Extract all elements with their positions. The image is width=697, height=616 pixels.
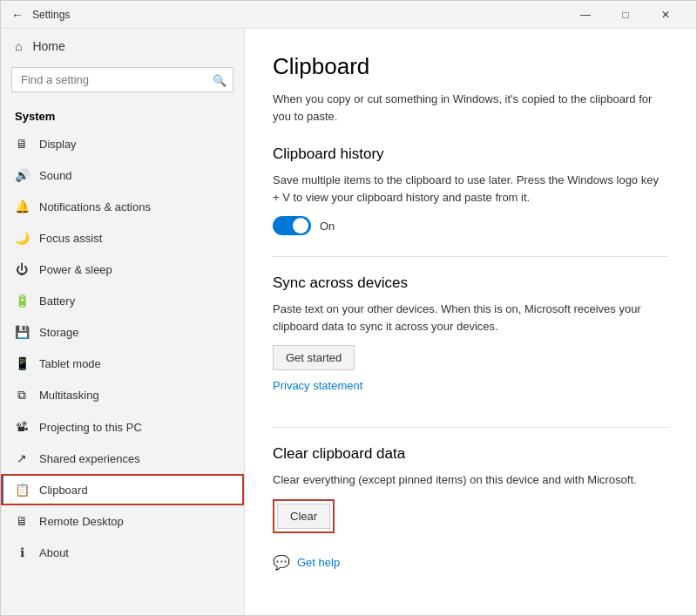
sidebar-item-label: Display [39,138,77,151]
window-title: Settings [32,9,565,21]
sound-icon: 🔊 [15,168,29,182]
sidebar-section-title: System [1,103,244,128]
clear-desc: Clear everything (except pinned items) o… [273,471,668,489]
window-controls: — □ ✕ [565,1,686,29]
remote-icon: 🖥 [15,514,29,528]
sidebar-item-label: Storage [39,326,79,339]
titlebar: ← Settings — □ ✕ [1,1,696,29]
close-button[interactable]: ✕ [646,1,686,29]
divider-1 [273,256,668,257]
sidebar-item-focus[interactable]: 🌙 Focus assist [1,222,244,254]
home-icon: ⌂ [15,39,22,53]
sidebar-item-label: Projecting to this PC [39,421,142,434]
content-area: ⌂ Home 🔍 System 🖥 Display 🔊 Sound 🔔 Noti… [1,29,696,615]
sidebar-item-storage[interactable]: 💾 Storage [1,316,244,348]
clear-button[interactable]: Clear [277,504,330,529]
search-icon: 🔍 [213,73,227,86]
sync-desc: Paste text on your other devices. When t… [273,301,668,335]
get-started-button[interactable]: Get started [273,345,355,370]
sidebar-item-home[interactable]: ⌂ Home [1,29,244,64]
get-help-label: Get help [297,556,340,569]
sidebar: ⌂ Home 🔍 System 🖥 Display 🔊 Sound 🔔 Noti… [1,29,245,615]
sidebar-item-label: About [39,546,69,559]
projecting-icon: 📽 [15,420,29,434]
storage-icon: 💾 [15,325,29,339]
sidebar-item-label: Power & sleep [39,263,112,276]
display-icon: 🖥 [15,137,29,151]
get-help-link[interactable]: 💬 Get help [273,554,668,571]
toggle-row: On [273,216,668,235]
clipboard-icon: 📋 [15,483,29,497]
clipboard-history-toggle[interactable] [273,216,311,235]
shared-icon: ↗ [15,451,29,465]
sidebar-item-battery[interactable]: 🔋 Battery [1,285,244,316]
sidebar-item-label: Clipboard [39,484,88,497]
sidebar-item-about[interactable]: ℹ About [1,537,244,568]
sidebar-item-shared[interactable]: ↗ Shared experiences [1,443,244,474]
search-input[interactable] [11,67,233,92]
get-help-icon: 💬 [273,554,290,571]
sidebar-item-label: Remote Desktop [39,515,124,528]
search-container: 🔍 [11,67,233,92]
clipboard-history-desc: Save multiple items to the clipboard to … [273,172,668,206]
notifications-icon: 🔔 [15,200,29,213]
sidebar-item-sound[interactable]: 🔊 Sound [1,159,244,191]
tablet-icon: 📱 [15,356,29,370]
settings-window: ← Settings — □ ✕ ⌂ Home 🔍 System 🖥 Displ… [0,0,697,616]
sidebar-item-multitasking[interactable]: ⧉ Multitasking [1,379,244,411]
home-label: Home [32,39,64,53]
divider-2 [273,427,668,428]
sidebar-item-label: Notifications & actions [39,200,151,213]
sidebar-item-label: Shared experiences [39,452,140,465]
focus-icon: 🌙 [15,231,29,245]
sidebar-item-label: Sound [39,169,72,182]
minimize-button[interactable]: — [565,1,606,29]
sidebar-item-tablet[interactable]: 📱 Tablet mode [1,348,244,379]
clipboard-history-title: Clipboard history [273,146,668,163]
battery-icon: 🔋 [15,294,29,308]
sidebar-item-projecting[interactable]: 📽 Projecting to this PC [1,411,244,443]
toggle-label: On [320,220,335,233]
sync-title: Sync across devices [273,274,668,292]
sidebar-item-label: Battery [39,294,75,308]
about-icon: ℹ [15,545,29,559]
privacy-statement-link[interactable]: Privacy statement [273,379,362,392]
sidebar-item-power[interactable]: ⏻ Power & sleep [1,254,244,285]
page-description: When you copy or cut something in Window… [273,91,668,125]
sidebar-item-display[interactable]: 🖥 Display [1,128,244,159]
clear-button-wrapper: Clear [273,499,335,533]
multitasking-icon: ⧉ [15,388,29,403]
sidebar-item-clipboard[interactable]: 📋 Clipboard [1,474,244,505]
power-icon: ⏻ [15,262,29,276]
sidebar-item-label: Multitasking [39,389,99,402]
sidebar-item-label: Tablet mode [39,357,101,370]
back-button[interactable]: ← [11,9,24,21]
page-title: Clipboard [273,53,668,80]
sidebar-item-label: Focus assist [39,232,102,245]
maximize-button[interactable]: □ [606,1,646,29]
clear-title: Clear clipboard data [273,445,668,463]
sidebar-item-notifications[interactable]: 🔔 Notifications & actions [1,191,244,222]
sidebar-item-remote[interactable]: 🖥 Remote Desktop [1,505,244,537]
main-content: Clipboard When you copy or cut something… [245,29,696,615]
